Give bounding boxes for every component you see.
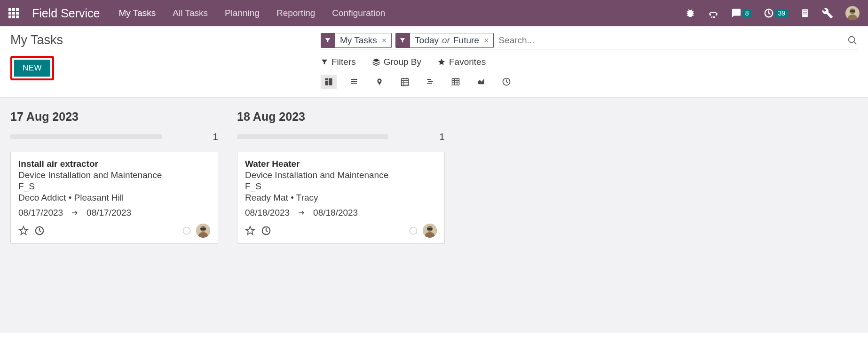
svg-rect-23 — [351, 79, 357, 80]
view-pivot-icon[interactable] — [448, 75, 464, 89]
filter-chip-close[interactable]: × — [382, 36, 387, 46]
status-dot[interactable] — [410, 227, 417, 234]
svg-rect-22 — [329, 78, 332, 86]
filters-dropdown[interactable]: Filters — [321, 57, 356, 67]
nav-links: My Tasks All Tasks Planning Reporting Co… — [119, 8, 672, 18]
view-kanban-icon[interactable] — [321, 75, 337, 89]
card-title: Water Heater — [245, 159, 437, 169]
group-by-label: Group By — [384, 57, 421, 67]
nav-planning[interactable]: Planning — [225, 8, 260, 18]
new-button[interactable]: NEW — [14, 60, 50, 77]
nav-configuration[interactable]: Configuration — [332, 8, 385, 18]
svg-point-18 — [849, 37, 855, 43]
svg-rect-7 — [806, 10, 807, 11]
filter-chip-label-a: Today — [415, 35, 439, 46]
svg-rect-20 — [325, 78, 329, 80]
kanban-board: 17 Aug 2023 1 Install air extractor Devi… — [0, 98, 868, 333]
task-card[interactable]: Water Heater Device Installation and Mai… — [237, 152, 445, 244]
top-navbar: Field Service My Tasks All Tasks Plannin… — [0, 0, 868, 26]
user-avatar[interactable] — [845, 6, 860, 20]
svg-rect-48 — [200, 228, 206, 230]
arrow-right-icon — [70, 210, 80, 216]
svg-rect-24 — [351, 81, 357, 82]
card-title: Install air extractor — [18, 159, 210, 169]
bug-icon[interactable] — [685, 8, 695, 18]
search-toolbar: Filters Group By Favorites — [321, 57, 858, 67]
task-card[interactable]: Install air extractor Device Installatio… — [10, 152, 218, 244]
svg-rect-17 — [850, 10, 855, 12]
filter-chip-label-b: Future — [453, 35, 479, 46]
nav-all-tasks[interactable]: All Tasks — [173, 8, 208, 18]
nav-reporting[interactable]: Reporting — [276, 8, 315, 18]
funnel-icon — [395, 33, 410, 48]
new-button-highlight: NEW — [10, 56, 54, 80]
view-list-icon[interactable] — [346, 75, 362, 89]
svg-rect-21 — [325, 81, 329, 86]
filter-chip-close[interactable]: × — [484, 36, 489, 46]
column-progress-bar[interactable] — [237, 134, 388, 139]
svg-rect-10 — [806, 12, 807, 13]
card-date-to: 08/18/2023 — [313, 208, 358, 218]
view-switcher — [321, 75, 858, 89]
view-graph-icon[interactable] — [473, 75, 489, 89]
svg-rect-5 — [804, 10, 805, 11]
kanban-column: 18 Aug 2023 1 Water Heater Device Instal… — [237, 110, 445, 244]
svg-rect-25 — [351, 83, 357, 84]
card-date-from: 08/18/2023 — [245, 208, 290, 218]
svg-line-19 — [854, 42, 857, 45]
svg-rect-4 — [802, 9, 808, 17]
nav-my-tasks[interactable]: My Tasks — [119, 8, 156, 18]
clock-icon[interactable] — [261, 226, 271, 236]
star-icon[interactable] — [18, 226, 29, 236]
svg-rect-8 — [804, 12, 805, 13]
apps-icon[interactable] — [8, 8, 19, 18]
filter-chip-or: or — [442, 35, 450, 46]
kanban-column: 17 Aug 2023 1 Install air extractor Devi… — [10, 110, 218, 244]
favorites-dropdown[interactable]: Favorites — [437, 57, 486, 67]
svg-rect-11 — [804, 14, 805, 15]
filter-chip-today-future[interactable]: Today or Future × — [395, 33, 494, 48]
card-project: Device Installation and Maintenance — [18, 170, 210, 180]
app-brand[interactable]: Field Service — [32, 7, 100, 20]
assignee-avatar[interactable] — [196, 224, 210, 238]
activities-badge: 39 — [775, 9, 788, 17]
tools-icon[interactable] — [822, 8, 833, 19]
search-icon[interactable] — [847, 35, 858, 46]
activities-icon[interactable]: 39 — [764, 8, 788, 18]
svg-rect-34 — [427, 79, 431, 80]
star-icon[interactable] — [245, 226, 255, 236]
status-dot[interactable] — [183, 227, 190, 234]
filters-label: Filters — [331, 57, 356, 67]
card-code: F_S — [245, 181, 437, 192]
arrow-right-icon — [296, 210, 307, 216]
assignee-avatar[interactable] — [423, 224, 437, 238]
card-location: Ready Mat • Tracy — [245, 193, 437, 203]
view-activity-icon[interactable] — [498, 75, 514, 89]
column-count: 1 — [439, 131, 445, 142]
favorites-label: Favorites — [449, 57, 486, 67]
clock-icon[interactable] — [34, 226, 45, 236]
svg-rect-6 — [805, 10, 805, 11]
filter-chip-my-tasks[interactable]: My Tasks × — [321, 33, 392, 48]
view-calendar-icon[interactable] — [397, 75, 413, 89]
messages-icon[interactable]: 8 — [731, 8, 752, 18]
column-title: 17 Aug 2023 — [10, 110, 218, 124]
svg-rect-9 — [805, 12, 805, 13]
search-input[interactable] — [497, 33, 844, 47]
svg-rect-36 — [427, 83, 432, 84]
card-location: Deco Addict • Pleasant Hill — [18, 193, 210, 203]
svg-rect-37 — [452, 78, 459, 85]
page-title: My Tasks — [10, 33, 302, 47]
svg-rect-13 — [806, 14, 807, 15]
view-gantt-icon[interactable] — [422, 75, 438, 89]
search-bar: My Tasks × Today or Future × — [321, 33, 858, 49]
column-progress-bar[interactable] — [10, 134, 162, 139]
group-by-dropdown[interactable]: Group By — [372, 57, 421, 67]
funnel-icon — [321, 33, 335, 48]
svg-rect-54 — [427, 228, 433, 230]
building-icon[interactable] — [800, 8, 810, 18]
phone-icon[interactable] — [708, 8, 719, 19]
svg-rect-26 — [402, 78, 409, 86]
view-map-icon[interactable] — [371, 75, 387, 89]
card-date-from: 08/17/2023 — [18, 208, 63, 218]
